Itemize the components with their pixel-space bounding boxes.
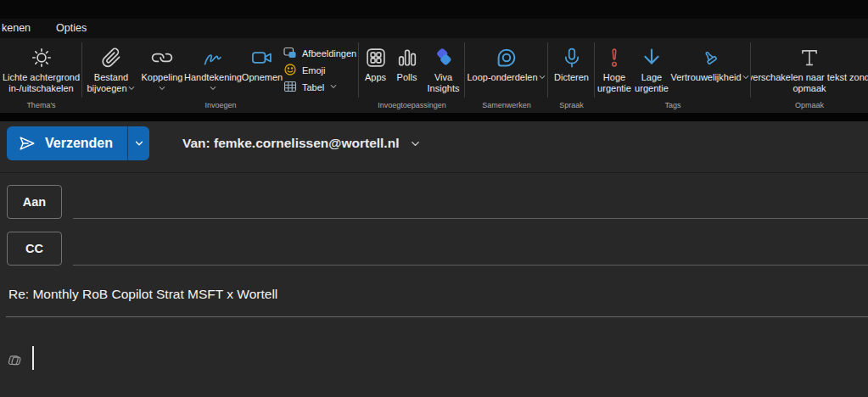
video-camera-button[interactable]: Opnemen (241, 42, 283, 83)
ribbon-button-label: Opnemen (242, 72, 283, 83)
ribbon: Lichte achtergrond in-/uitschakelenThema… (0, 38, 868, 113)
ribbon-group-invoegen: Bestand bijvoegen Koppeling Handtekening… (82, 38, 359, 113)
ribbon-group-samenwerken: Loop-onderdelen Samenwerken (465, 38, 548, 113)
ribbon-group-label: Thema's (0, 100, 82, 113)
tab-opties[interactable]: Opties (56, 19, 87, 38)
paperclip-button[interactable]: Bestand bijvoegen (83, 42, 139, 95)
ribbon-group-label: Samenwerken (465, 100, 548, 113)
ribbon-button-label: Loop-onderdelen (467, 72, 546, 84)
text-t-icon (797, 43, 822, 72)
ribbon-button-label: Lage urgentie (633, 72, 670, 94)
link-icon (150, 43, 174, 72)
ribbon-button-stack: AfbeeldingenEmojiTabel (283, 42, 358, 94)
compose-area: Verzenden Van: femke.cornelissen@wortell… (0, 121, 868, 397)
exclamation-icon (602, 43, 626, 72)
from-address-label: Van: femke.cornelissen@wortell.nl (182, 136, 399, 151)
ribbon-group-invoegtoepassingen: AppsPollsViva InsightsInvoegtoepassingen (359, 38, 465, 113)
ribbon-group-label: Opmaak (751, 100, 868, 113)
stamp-button[interactable]: Vertrouwelijkheid (670, 42, 750, 84)
chevron-down-icon (133, 137, 145, 149)
separator (0, 172, 868, 173)
down-arrow-icon (640, 43, 664, 72)
emoji-icon (283, 63, 297, 78)
microphone-button[interactable]: Dicteren (549, 42, 595, 83)
table-button[interactable]: Tabel (283, 81, 358, 94)
from-selector[interactable]: Van: femke.cornelissen@wortell.nl (182, 126, 422, 160)
ribbon-group-spraak: DicterenSpraak (548, 38, 595, 113)
text-cursor (32, 346, 34, 370)
ribbon-group-label: Spraak (548, 100, 595, 113)
exclamation-button[interactable]: Hoge urgentie (596, 42, 633, 94)
ribbon-button-label: Hoge urgentie (596, 72, 633, 94)
image-icon (283, 46, 297, 61)
ribbon-compose-separator (0, 113, 868, 121)
ribbon-group-thema-s: Lichte achtergrond in-/uitschakelenThema… (0, 38, 82, 113)
ribbon-button-label: Apps (365, 72, 386, 83)
ribbon-button-label: Vertrouwelijkheid (670, 72, 749, 84)
chevron-down-icon (209, 84, 217, 95)
down-arrow-button[interactable]: Lage urgentie (633, 42, 670, 94)
ribbon-group-tags: Hoge urgentieLage urgentieVertrouwelijkh… (595, 38, 751, 113)
ribbon-button-label: Dicteren (554, 72, 589, 83)
apps-icon (364, 43, 388, 72)
image-button[interactable]: Afbeeldingen (283, 47, 358, 60)
cc-input[interactable] (73, 265, 868, 266)
ribbon-group-label: Invoegen (82, 100, 359, 113)
send-button-label: Verzenden (45, 136, 113, 151)
ribbon-button-label: Koppeling (139, 72, 185, 95)
loop-button[interactable]: Loop-onderdelen (466, 42, 547, 84)
ribbon-button-label: Polls (397, 72, 417, 83)
chevron-down-icon (329, 82, 338, 92)
ribbon-button-label: Viva Insights (423, 72, 465, 94)
sun-icon (30, 43, 53, 72)
chevron-down-icon (538, 73, 546, 84)
ribbon-group-label: Invoegtoepassingen (359, 100, 465, 113)
cc-button[interactable]: CC (7, 232, 62, 266)
send-options-dropdown[interactable] (128, 126, 149, 160)
send-icon (18, 134, 36, 153)
text-t-button[interactable]: Overschakelen naar tekst zonder opmaak (751, 42, 868, 94)
copilot-icon[interactable] (6, 351, 25, 370)
chevron-down-icon (127, 84, 136, 95)
to-input[interactable] (73, 218, 868, 219)
subject-input[interactable]: Re: Monthly RoB Copilot Strat MSFT x Wor… (8, 287, 277, 302)
sun-button[interactable]: Lichte achtergrond in-/uitschakelen (0, 42, 82, 94)
loop-icon (494, 43, 519, 72)
video-camera-icon (250, 43, 274, 72)
polls-button[interactable]: Polls (392, 42, 423, 83)
link-button[interactable]: Koppeling (139, 42, 185, 95)
subject-underline (6, 316, 868, 317)
ribbon-group-label: Tags (595, 100, 751, 113)
ribbon-button-label: Lichte achtergrond in-/uitschakelen (0, 72, 82, 94)
message-body-input[interactable] (51, 338, 868, 397)
tab-tekenen[interactable]: kenen (2, 19, 31, 38)
table-icon (283, 80, 297, 95)
titlebar (0, 0, 868, 19)
chevron-down-icon (158, 84, 166, 95)
ribbon-button-label: Tabel (302, 82, 324, 92)
send-button[interactable]: Verzenden (7, 126, 127, 160)
paperclip-icon (99, 43, 123, 72)
viva-insights-icon (432, 43, 456, 72)
ribbon-tab-bar: kenen Opties (0, 19, 868, 38)
ribbon-button-label: Afbeeldingen (302, 48, 356, 59)
ribbon-button-label: Bestand bijvoegen (83, 72, 139, 95)
outlook-compose-window: kenen Opties Lichte achtergrond in-/uits… (0, 0, 868, 397)
ribbon-group-opmaak: Overschakelen naar tekst zonder opmaakOp… (751, 38, 868, 113)
viva-insights-button[interactable]: Viva Insights (423, 42, 465, 94)
emoji-button[interactable]: Emoji (283, 64, 358, 77)
microphone-icon (560, 43, 584, 72)
send-split-button[interactable]: Verzenden (7, 126, 149, 160)
signature-pen-button[interactable]: Handtekening (185, 42, 241, 95)
ribbon-button-label: Overschakelen naar tekst zonder opmaak (751, 72, 868, 94)
polls-icon (395, 43, 419, 72)
stamp-icon (698, 43, 722, 72)
chevron-down-icon (742, 73, 750, 84)
ribbon-button-label: Handtekening (184, 72, 242, 95)
signature-pen-icon (201, 43, 225, 72)
chevron-down-icon (409, 137, 422, 150)
to-button[interactable]: Aan (7, 185, 62, 219)
ribbon-button-label: Emoji (302, 65, 326, 75)
apps-button[interactable]: Apps (360, 42, 392, 83)
